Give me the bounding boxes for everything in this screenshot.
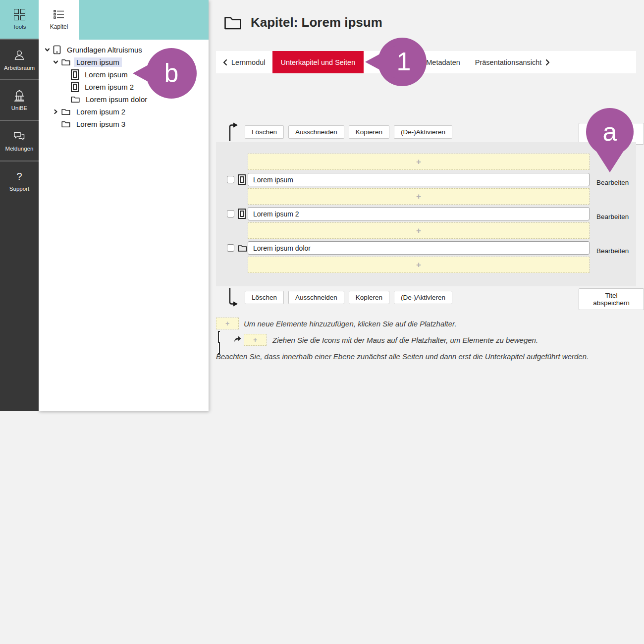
rail-item-tools[interactable]: Tools xyxy=(0,0,39,39)
cut-button[interactable]: Ausschneiden xyxy=(288,125,344,139)
copy-button[interactable]: Kopieren xyxy=(349,291,389,304)
edit-link[interactable]: Bearbeiten xyxy=(596,179,629,186)
panel-header-fill xyxy=(79,0,209,40)
save-titles-button-bottom[interactable]: Titel abspeichern xyxy=(579,288,644,310)
tree-item-label: Lorem ipsum xyxy=(82,70,130,79)
plus-icon: + xyxy=(416,260,421,270)
plus-icon: + xyxy=(416,192,421,202)
page-icon[interactable] xyxy=(238,174,246,185)
placeholder-example-chip: + xyxy=(216,318,239,329)
move-arrow-icon xyxy=(233,335,242,343)
learning-module-icon xyxy=(53,45,61,54)
title-input[interactable] xyxy=(248,241,590,255)
tab-unterkapitel-und-seiten[interactable]: Unterkapitel und Seiten xyxy=(272,51,364,73)
page-title-block: Kapitel: Lorem ipsum xyxy=(224,15,382,30)
plus-icon: + xyxy=(225,320,229,327)
tree-panel: Kapitel Grundlagen Altruismus Lorem ipsu… xyxy=(39,0,209,411)
title-input[interactable] xyxy=(248,207,590,220)
tab-label: Lernmodul xyxy=(231,58,266,66)
rail-item-arbeitsraum[interactable]: Arbeitsraum xyxy=(0,39,39,79)
plus-icon: + xyxy=(416,157,421,167)
chevron-down-icon[interactable] xyxy=(44,47,51,53)
page-icon xyxy=(218,333,220,353)
rail-item-label: Meldungen xyxy=(5,146,34,152)
help-line-1: Um neue Elemente hinzuzufügen, klicken S… xyxy=(244,320,457,328)
insert-placeholder[interactable]: + xyxy=(248,222,590,239)
rail-item-label: Arbeitsraum xyxy=(4,65,35,71)
help-line-3: Beachten Sie, dass innerhalb einer Ebene… xyxy=(216,352,589,361)
rail-item-unibe[interactable]: UniBE xyxy=(0,79,39,120)
list-icon xyxy=(53,9,65,19)
copy-button[interactable]: Kopieren xyxy=(349,125,389,139)
insert-placeholder[interactable]: + xyxy=(248,257,590,273)
page-icon xyxy=(71,82,79,92)
rail-item-label: UniBE xyxy=(11,105,28,111)
tree-item-label: Lorem ipsum 2 xyxy=(74,107,128,116)
tab-label: Metadaten xyxy=(426,58,460,66)
plus-icon: + xyxy=(416,226,421,236)
save-titles-button-top[interactable]: Titel abspeichern xyxy=(579,123,644,145)
title-input[interactable] xyxy=(248,173,590,186)
tree-item-label: Grundlagen Altruismus xyxy=(64,45,145,54)
insert-placeholder[interactable]: + xyxy=(248,188,590,205)
tab-metadaten[interactable]: Metadaten xyxy=(419,51,467,73)
tree-item-label: Lorem ipsum dolor xyxy=(83,95,150,104)
folder-icon xyxy=(224,15,242,30)
de-activate-button[interactable]: (De-)Aktivieren xyxy=(394,291,452,304)
help-line-2: Ziehen Sie die Icons mit der Maus auf di… xyxy=(272,336,538,344)
folder-icon xyxy=(61,58,70,66)
tab-label: Präsentationsansicht xyxy=(475,58,542,66)
tab-praesentationsansicht[interactable]: Präsentationsansicht xyxy=(468,51,557,73)
tab-label: Unterkapitel und Seiten xyxy=(281,58,356,66)
folder-icon xyxy=(61,108,70,115)
grid-icon xyxy=(14,9,25,20)
tree-item-lorem-ipsum-dolor[interactable]: Lorem ipsum dolor xyxy=(39,93,209,106)
tab-kapitel[interactable]: Kapitel xyxy=(39,0,79,40)
rail-item-support[interactable]: ? Support xyxy=(0,161,39,201)
rail-item-label: Tools xyxy=(13,24,26,30)
question-icon: ? xyxy=(16,171,22,182)
delete-button[interactable]: Löschen xyxy=(245,125,284,139)
edit-link[interactable]: Bearbeiten xyxy=(596,247,629,255)
tree-item-grundlagen-altruismus[interactable]: Grundlagen Altruismus xyxy=(39,44,209,56)
folder-icon[interactable] xyxy=(238,244,247,254)
delete-button[interactable]: Löschen xyxy=(245,291,284,304)
tree-item-label: Lorem ipsum xyxy=(74,57,122,67)
tab-kapitel-label: Kapitel xyxy=(50,23,68,30)
tree-item-lorem-ipsum-page[interactable]: Lorem ipsum xyxy=(39,68,209,81)
toolbar-top: Löschen Ausschneiden Kopieren (De-)Aktiv… xyxy=(216,122,636,142)
tab-lernmodul-back[interactable]: Lernmodul xyxy=(216,51,272,73)
chat-icon xyxy=(12,130,26,142)
tree-item-lorem-ipsum-2-page[interactable]: Lorem ipsum 2 xyxy=(39,81,209,93)
chevron-left-icon xyxy=(223,59,227,66)
de-activate-button[interactable]: (De-)Aktivieren xyxy=(394,125,452,139)
tree-item-lorem-ipsum[interactable]: Lorem ipsum xyxy=(39,56,209,68)
toolbar-bottom: Löschen Ausschneiden Kopieren (De-)Aktiv… xyxy=(216,287,636,307)
row-checkbox[interactable] xyxy=(227,210,234,217)
apply-down-arrow-icon xyxy=(228,287,239,307)
edit-link[interactable]: Bearbeiten xyxy=(596,213,629,220)
folder-icon xyxy=(71,96,80,103)
chapter-structure-editor: + Bearbeiten + Bearbeiten + Bearbeiten + xyxy=(216,142,636,286)
rail-item-label: Support xyxy=(9,186,29,192)
page-icon xyxy=(71,69,79,80)
tree-item-label: Lorem ipsum 3 xyxy=(74,119,128,129)
tree-item-lorem-ipsum-2[interactable]: Lorem ipsum 2 xyxy=(39,106,209,118)
row-checkbox[interactable] xyxy=(227,244,234,252)
plus-icon: + xyxy=(253,336,257,344)
chevron-down-icon[interactable] xyxy=(52,59,59,65)
tree-item-lorem-ipsum-3[interactable]: Lorem ipsum 3 xyxy=(39,118,209,130)
rail-item-meldungen[interactable]: Meldungen xyxy=(0,120,39,161)
tree-panel-header: Kapitel xyxy=(39,0,209,40)
apply-up-arrow-icon xyxy=(228,122,239,142)
tool-rail: Tools Arbeitsraum UniBE Meldungen ? Supp… xyxy=(0,0,39,411)
person-icon xyxy=(13,49,26,61)
tab-bar: Lernmodul Unterkapitel und Seiten Metada… xyxy=(216,51,636,73)
university-icon xyxy=(12,90,26,102)
page-icon[interactable] xyxy=(238,209,246,219)
cut-button[interactable]: Ausschneiden xyxy=(288,291,344,304)
insert-placeholder[interactable]: + xyxy=(248,154,590,170)
chevron-right-icon[interactable] xyxy=(52,109,59,114)
chevron-right-icon xyxy=(545,59,550,66)
row-checkbox[interactable] xyxy=(227,176,234,183)
